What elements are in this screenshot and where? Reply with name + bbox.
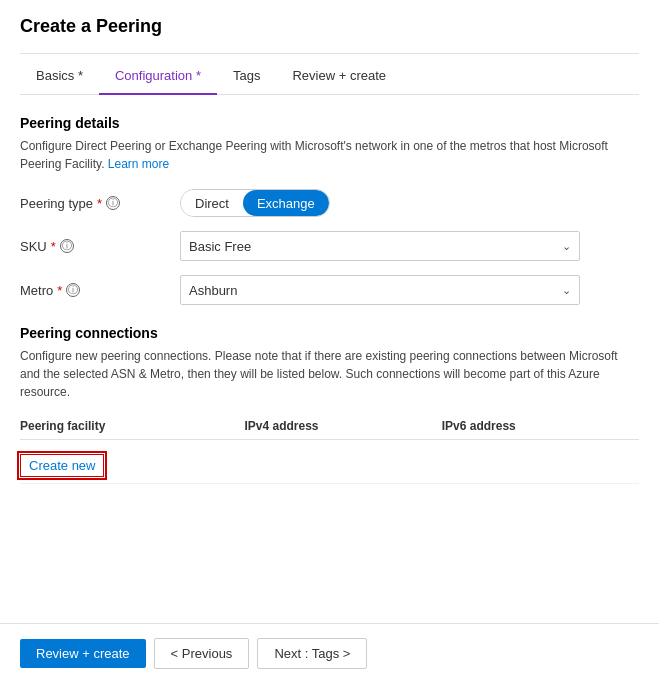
metro-info-icon[interactable]: ⓘ [66,283,80,297]
col-facility: Peering facility [20,413,244,440]
sku-label: SKU * ⓘ [20,239,180,254]
learn-more-link[interactable]: Learn more [108,157,169,171]
metro-dropdown-value: Ashburn [189,283,237,298]
required-star-sku: * [51,239,56,254]
tab-review-create[interactable]: Review + create [276,58,402,95]
sku-dropdown[interactable]: Basic Free ⌄ [180,231,580,261]
required-star-metro: * [57,283,62,298]
footer: Review + create < Previous Next : Tags > [0,623,659,683]
tab-bar: Basics * Configuration * Tags Review + c… [20,58,639,95]
tab-basics[interactable]: Basics * [20,58,99,95]
metro-label: Metro * ⓘ [20,283,180,298]
next-button[interactable]: Next : Tags > [257,638,367,669]
peering-type-direct-option[interactable]: Direct [181,190,243,216]
peering-type-exchange-option[interactable]: Exchange [243,190,329,216]
sku-dropdown-value: Basic Free [189,239,251,254]
sku-info-icon[interactable]: ⓘ [60,239,74,253]
connections-table: Peering facility IPv4 address IPv6 addre… [20,413,639,484]
sku-row: SKU * ⓘ Basic Free ⌄ [20,231,639,261]
peering-details-description: Configure Direct Peering or Exchange Pee… [20,137,639,173]
create-new-button[interactable]: Create new [20,454,104,477]
col-ipv4: IPv4 address [244,413,441,440]
previous-button[interactable]: < Previous [154,638,250,669]
sku-dropdown-arrow: ⌄ [562,240,571,253]
metro-dropdown-arrow: ⌄ [562,284,571,297]
page-title: Create a Peering [20,16,639,37]
connections-title: Peering connections [20,325,639,341]
peering-type-row: Peering type * ⓘ Direct Exchange [20,189,639,217]
peering-type-label: Peering type * ⓘ [20,196,180,211]
peering-type-info-icon[interactable]: ⓘ [106,196,120,210]
metro-row: Metro * ⓘ Ashburn ⌄ [20,275,639,305]
tab-tags[interactable]: Tags [217,58,276,95]
table-row: Create new [20,440,639,484]
col-ipv6: IPv6 address [442,413,639,440]
connections-description: Configure new peering connections. Pleas… [20,347,639,401]
table-header-row: Peering facility IPv4 address IPv6 addre… [20,413,639,440]
review-create-button[interactable]: Review + create [20,639,146,668]
peering-connections-section: Peering connections Configure new peerin… [20,325,639,484]
title-divider [20,53,639,54]
peering-type-toggle[interactable]: Direct Exchange [180,189,330,217]
peering-details-title: Peering details [20,115,639,131]
required-star: * [97,196,102,211]
tab-configuration[interactable]: Configuration * [99,58,217,95]
metro-dropdown[interactable]: Ashburn ⌄ [180,275,580,305]
main-content: Peering details Configure Direct Peering… [20,95,639,484]
create-new-cell: Create new [20,440,244,484]
peering-details-section: Peering details Configure Direct Peering… [20,115,639,305]
